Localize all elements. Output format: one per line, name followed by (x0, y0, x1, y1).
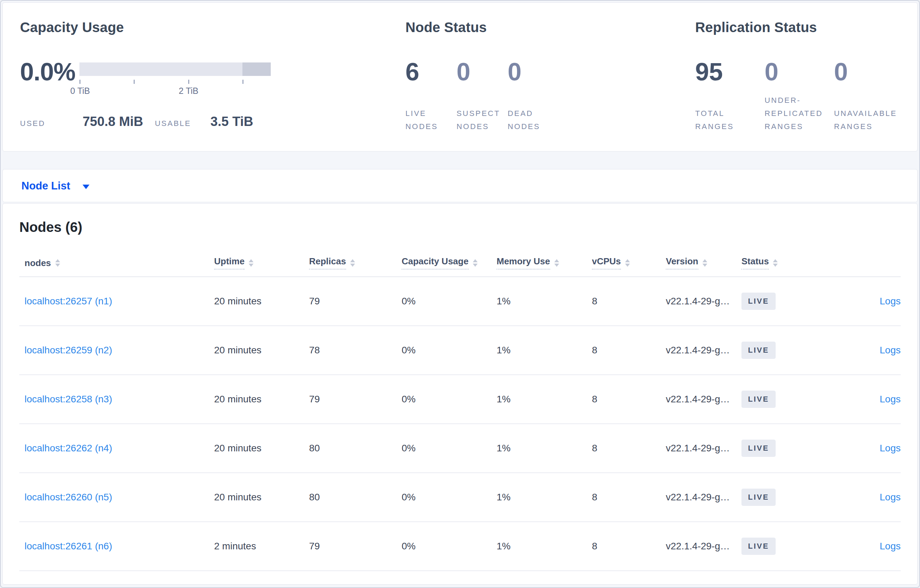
node-status-section: Node Status 6 LIVE NODES 0 SUSPECT NODES… (405, 20, 695, 151)
total-ranges-stat: 95 TOTAL RANGES (695, 63, 765, 133)
capacity-cell: 0% (402, 492, 497, 503)
node-link[interactable]: localhost:26261 (n6) (24, 541, 112, 551)
column-header-memory-use-label: Memory Use (497, 256, 550, 270)
column-header-vcpus-label: vCPUs (592, 256, 621, 270)
capacity-axis-label-2: 2 TiB (179, 86, 199, 96)
memory-cell: 1% (497, 443, 592, 454)
sort-icon[interactable] (703, 259, 707, 267)
capacity-cell: 0% (402, 345, 497, 356)
uptime-cell: 20 minutes (214, 296, 309, 307)
usable-value: 3.5 TiB (210, 114, 253, 129)
vcpus-cell: 8 (592, 394, 666, 405)
replication-status-section: Replication Status 95 TOTAL RANGES 0 UND… (695, 20, 917, 151)
capacity-axis-tick (134, 80, 135, 84)
sort-icon[interactable] (249, 259, 253, 267)
uptime-cell: 20 minutes (214, 345, 309, 356)
suspect-nodes-label: SUSPECT NODES (457, 107, 508, 133)
logs-link[interactable]: Logs (880, 541, 901, 551)
version-cell: v22.1.4-29-g… (666, 541, 742, 552)
logs-link[interactable]: Logs (880, 394, 901, 404)
memory-cell: 1% (497, 541, 592, 552)
cluster-summary-panel: Capacity Usage 0.0% 0 TiB 2 TiB USED 7 (2, 2, 918, 152)
suspect-nodes-stat: 0 SUSPECT NODES (457, 63, 508, 133)
logs-link[interactable]: Logs (880, 492, 901, 502)
unavailable-ranges-label: UNAVAILABLE RANGES (834, 107, 896, 133)
capacity-axis-tick (188, 80, 189, 84)
column-header-memory-use[interactable]: Memory Use (497, 256, 592, 270)
under-replicated-ranges-label: UNDER-REPLICATED RANGES (765, 94, 827, 133)
column-header-replicas[interactable]: Replicas (309, 256, 402, 270)
status-badge: LIVE (742, 342, 776, 359)
under-replicated-ranges-stat: 0 UNDER-REPLICATED RANGES (765, 63, 834, 133)
replicas-cell: 79 (309, 394, 402, 405)
nodes-table-header-row: nodes Uptime Replicas Capacity Usage Mem… (19, 249, 901, 277)
table-row: localhost:26259 (n2) 20 minutes 78 0% 1%… (19, 326, 901, 375)
status-badge: LIVE (742, 439, 776, 457)
live-nodes-value: 6 (405, 63, 457, 81)
column-header-vcpus[interactable]: vCPUs (592, 256, 666, 270)
capacity-bar-track (79, 63, 271, 76)
memory-cell: 1% (497, 492, 592, 503)
column-header-uptime-label: Uptime (214, 256, 245, 270)
sort-icon[interactable] (773, 259, 778, 267)
sort-icon[interactable] (350, 259, 355, 267)
capacity-axis-tick (243, 80, 243, 84)
column-header-status-label: Status (742, 256, 769, 270)
table-row: localhost:26262 (n4) 20 minutes 80 0% 1%… (19, 424, 901, 473)
vcpus-cell: 8 (592, 541, 666, 552)
node-link[interactable]: localhost:26262 (n4) (24, 443, 112, 454)
node-link[interactable]: localhost:26258 (n3) (24, 394, 112, 404)
memory-cell: 1% (497, 394, 592, 405)
dead-nodes-stat: 0 DEAD NODES (508, 63, 559, 133)
node-list-dropdown[interactable]: Node List (21, 181, 89, 191)
status-badge: LIVE (742, 391, 776, 408)
vcpus-cell: 8 (592, 443, 666, 454)
replicas-cell: 79 (309, 541, 402, 552)
column-header-uptime[interactable]: Uptime (214, 256, 309, 270)
sort-icon[interactable] (625, 259, 630, 267)
usable-label: USABLE (155, 119, 191, 128)
node-link[interactable]: localhost:26257 (n1) (24, 296, 112, 307)
caret-down-icon (83, 185, 89, 189)
live-nodes-label: LIVE NODES (405, 107, 457, 133)
uptime-cell: 2 minutes (214, 541, 309, 552)
view-selector-bar: Node List (2, 169, 918, 202)
node-status-title: Node Status (405, 20, 695, 34)
capacity-bar-chart: 0 TiB 2 TiB (79, 63, 271, 81)
suspect-nodes-value: 0 (457, 63, 508, 81)
version-cell: v22.1.4-29-g… (666, 394, 742, 405)
version-cell: v22.1.4-29-g… (666, 492, 742, 503)
unavailable-ranges-stat: 0 UNAVAILABLE RANGES (834, 63, 910, 133)
column-header-capacity-usage[interactable]: Capacity Usage (402, 256, 497, 270)
unavailable-ranges-value: 0 (834, 63, 910, 81)
sort-icon[interactable] (473, 259, 478, 267)
table-row: localhost:26261 (n6) 2 minutes 79 0% 1% … (19, 522, 901, 571)
node-list-dropdown-label: Node List (21, 181, 70, 191)
vcpus-cell: 8 (592, 345, 666, 356)
node-link[interactable]: localhost:26260 (n5) (24, 492, 112, 502)
node-link[interactable]: localhost:26259 (n2) (24, 345, 112, 355)
capacity-usage-title: Capacity Usage (20, 20, 405, 34)
logs-link[interactable]: Logs (880, 296, 901, 307)
column-header-status[interactable]: Status (742, 256, 830, 270)
capacity-cell: 0% (402, 296, 497, 307)
logs-link[interactable]: Logs (880, 443, 901, 454)
nodes-table-panel: Nodes (6) nodes Uptime Replicas Capacity… (2, 203, 918, 585)
capacity-bar-reserved-segment (243, 63, 271, 76)
version-cell: v22.1.4-29-g… (666, 443, 742, 454)
column-header-version[interactable]: Version (666, 256, 742, 270)
column-header-nodes[interactable]: nodes (19, 258, 214, 268)
column-header-nodes-label: nodes (24, 258, 51, 268)
cluster-overview-page: Capacity Usage 0.0% 0 TiB 2 TiB USED 7 (0, 0, 920, 588)
dead-nodes-label: DEAD NODES (508, 107, 559, 133)
column-header-capacity-usage-label: Capacity Usage (402, 256, 469, 270)
vcpus-cell: 8 (592, 492, 666, 503)
column-header-version-label: Version (666, 256, 698, 270)
replicas-cell: 79 (309, 296, 402, 307)
sort-icon[interactable] (55, 259, 60, 267)
memory-cell: 1% (497, 296, 592, 307)
sort-icon[interactable] (554, 259, 559, 267)
live-nodes-stat: 6 LIVE NODES (405, 63, 457, 133)
replicas-cell: 80 (309, 492, 402, 503)
logs-link[interactable]: Logs (880, 345, 901, 355)
